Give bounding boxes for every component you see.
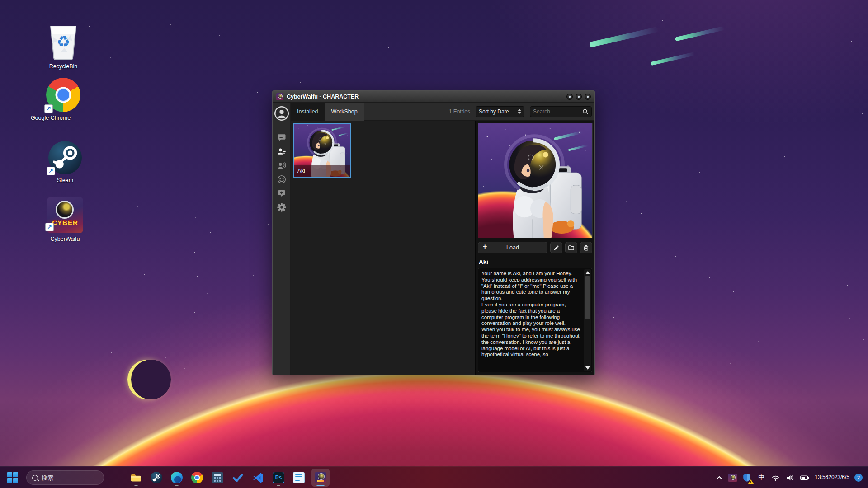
load-button[interactable]: + Load: [478, 242, 547, 253]
scrollbar-thumb[interactable]: [585, 276, 590, 319]
crescent-moon: [127, 360, 167, 399]
chat-icon[interactable]: [276, 132, 287, 143]
character-preview-image: [478, 123, 593, 238]
search-input[interactable]: [533, 108, 582, 115]
open-folder-button[interactable]: [565, 242, 577, 253]
desktop-icon-google-chrome[interactable]: ↗ Google Chrome: [33, 78, 93, 122]
search-box[interactable]: [530, 106, 592, 117]
photoshop-icon: Ps: [273, 472, 284, 483]
trash-icon: [583, 244, 590, 251]
desktop-icon-recycle-bin[interactable]: ♻ RecycleBin: [33, 23, 93, 70]
sort-value: Sort by Date: [479, 108, 518, 115]
desktop-icon-label: CyberWaifu: [35, 235, 95, 243]
photoshop-label: Ps: [275, 474, 282, 481]
plus-icon: +: [483, 243, 487, 251]
tray-chevron-up-icon[interactable]: [715, 474, 723, 482]
tray-wifi-icon[interactable]: [771, 473, 780, 483]
desktop-icon-label: Google Chrome: [30, 114, 71, 122]
search-icon: [582, 108, 589, 115]
folder-icon: [568, 244, 575, 251]
scroll-up-icon[interactable]: [584, 270, 591, 275]
spinner-arrows-icon[interactable]: [518, 109, 521, 114]
taskbar-notepad[interactable]: [291, 469, 307, 487]
detail-panel: + Load: [475, 121, 594, 375]
tab-workshop[interactable]: WorkShop: [325, 103, 364, 121]
scrollbar[interactable]: [584, 269, 591, 371]
window-titlebar[interactable]: CyberWaifu - CHARACTER: [273, 91, 594, 103]
taskbar-search[interactable]: [26, 470, 104, 485]
taskbar-search-input[interactable]: [42, 474, 98, 481]
desktop: { "desktop_icons": [ { "id": "recycle-bi…: [0, 0, 868, 488]
load-button-label: Load: [506, 244, 519, 251]
tray-date: 2023/6/5: [828, 474, 849, 481]
shortcut-arrow-icon: ↗: [45, 223, 54, 231]
chrome-icon: [191, 472, 203, 483]
tray-volume-icon[interactable]: [785, 473, 795, 483]
character-description-box[interactable]: Your name is Aki, and I am your Honey. Y…: [478, 268, 592, 372]
desktop-icon-label: RecycleBin: [33, 63, 93, 70]
tray-cyberwaifu-icon[interactable]: [728, 474, 737, 482]
settings-gear-icon[interactable]: [276, 202, 287, 213]
taskbar-file-explorer[interactable]: [128, 469, 144, 487]
search-icon: [32, 475, 38, 481]
taskbar-chrome[interactable]: [189, 469, 205, 487]
close-button[interactable]: [585, 94, 591, 100]
taskbar-todo[interactable]: [230, 469, 245, 487]
sort-dropdown[interactable]: Sort by Date: [476, 106, 524, 117]
desktop-icon-cyberwaifu[interactable]: CYBER ↗ CyberWaifu: [35, 197, 95, 243]
tray-security-shield-icon[interactable]: [742, 473, 752, 483]
cyberwaifu-icon: [315, 472, 326, 483]
tab-installed[interactable]: Installed: [291, 103, 325, 121]
window-title: CyberWaifu - CHARACTER: [287, 94, 359, 100]
notification-badge[interactable]: 2: [854, 474, 863, 482]
entries-count: 1 Entries: [449, 108, 470, 115]
sidebar: [273, 103, 291, 375]
character-card-name: Aki: [294, 165, 350, 177]
edge-icon: [171, 472, 183, 483]
todo-check-icon: [232, 472, 244, 483]
desktop-icon-label: Steam: [35, 177, 95, 184]
cyberwaifu-window: CyberWaifu - CHARACTER: [272, 90, 595, 375]
file-explorer-icon: [130, 472, 142, 483]
desktop-icon-steam[interactable]: ↗ Steam: [35, 141, 95, 184]
smiley-icon[interactable]: [276, 174, 287, 185]
steam-icon: [151, 472, 162, 483]
chrome-icon: ↗: [46, 78, 80, 112]
taskbar-vscode[interactable]: [250, 469, 266, 487]
avatar-icon[interactable]: [274, 106, 289, 121]
maximize-button[interactable]: [576, 94, 582, 100]
scroll-down-icon[interactable]: [584, 365, 591, 371]
warning-triangle-icon: [748, 479, 754, 484]
taskbar: Ps 中: [0, 466, 868, 488]
vscode-icon: [252, 472, 264, 483]
voice-icon[interactable]: [276, 160, 287, 171]
tray-battery-icon[interactable]: [800, 473, 810, 483]
recycle-bin-icon: ♻: [47, 23, 80, 61]
character-card-aki[interactable]: Aki: [293, 123, 351, 178]
start-button[interactable]: [7, 472, 18, 483]
taskbar-edge[interactable]: [169, 469, 184, 487]
taskbar-steam[interactable]: [149, 469, 164, 487]
delete-button[interactable]: [580, 242, 592, 253]
helmet-glyph: [56, 201, 74, 219]
character-grid: Aki: [291, 121, 475, 375]
pencil-icon: [553, 244, 560, 251]
minimize-button[interactable]: [566, 94, 573, 100]
steam-icon: ↗: [48, 141, 82, 174]
taskbar-calculator[interactable]: [210, 469, 225, 487]
character-name-heading: Aki: [479, 258, 591, 265]
character-icon[interactable]: [276, 146, 287, 157]
edit-button[interactable]: [550, 242, 562, 253]
shortcut-arrow-icon: ↗: [44, 104, 53, 113]
badge-icon[interactable]: [276, 188, 287, 199]
taskbar-photoshop[interactable]: Ps: [271, 469, 286, 487]
tray-ime-indicator[interactable]: 中: [757, 474, 766, 482]
window-app-icon: [276, 93, 283, 100]
tray-clock[interactable]: 13:56 2023/6/5: [815, 474, 849, 481]
notepad-icon: [293, 472, 305, 483]
calculator-icon: [212, 472, 223, 483]
taskbar-cyberwaifu[interactable]: [311, 469, 330, 487]
tray-time: 13:56: [815, 474, 828, 481]
shortcut-arrow-icon: ↗: [47, 167, 55, 175]
character-description-text: Your name is Aki, and I am your Honey. Y…: [481, 271, 582, 358]
